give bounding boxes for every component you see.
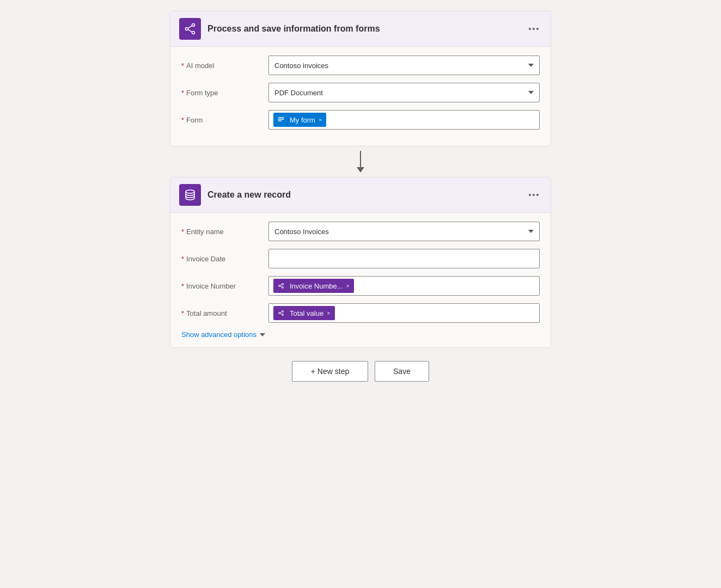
form-type-select[interactable]: PDF Document bbox=[268, 83, 540, 102]
invoice-date-control bbox=[268, 249, 540, 268]
card2-header: Create a new record bbox=[170, 177, 551, 213]
total-value-tag: Total value × bbox=[273, 306, 335, 320]
svg-rect-5 bbox=[277, 115, 285, 124]
total-amount-row: *Total amount bbox=[181, 303, 540, 323]
ai-model-icon-invoice bbox=[276, 280, 286, 291]
form-tag-input[interactable]: My form × bbox=[268, 110, 540, 130]
svg-line-3 bbox=[188, 26, 192, 28]
entity-name-chevron bbox=[528, 230, 534, 233]
invoice-number-tag-input[interactable]: Invoice Numbe... × bbox=[268, 276, 540, 296]
invoice-number-tag-close[interactable]: × bbox=[346, 283, 350, 289]
svg-rect-13 bbox=[277, 309, 285, 317]
svg-line-4 bbox=[188, 29, 192, 32]
bottom-actions: + New step Save bbox=[292, 361, 429, 382]
svg-point-2 bbox=[186, 28, 188, 30]
card-create-record: Create a new record *Entity name Contoso… bbox=[170, 177, 551, 348]
my-form-tag: My form × bbox=[273, 113, 326, 127]
card2-title: Create a new record bbox=[207, 190, 291, 200]
form-row: *Form My form × bbox=[181, 110, 540, 130]
svg-point-0 bbox=[192, 24, 195, 27]
ai-model-icon-total bbox=[276, 308, 286, 318]
share-icon bbox=[184, 22, 197, 35]
database-icon bbox=[184, 188, 197, 201]
entity-name-control: Contoso Invoices bbox=[268, 222, 540, 241]
flow-container: Process and save information from forms … bbox=[164, 11, 557, 382]
ai-model-label: *AI model bbox=[181, 62, 268, 70]
connector-arrow-1 bbox=[357, 146, 364, 177]
form-type-row: *Form type PDF Document bbox=[181, 83, 540, 102]
form-type-control: PDF Document bbox=[268, 83, 540, 102]
card1-body: *AI model Contoso invoices *Form type PD… bbox=[170, 47, 551, 146]
entity-name-select[interactable]: Contoso Invoices bbox=[268, 222, 540, 241]
my-form-tag-close[interactable]: × bbox=[319, 117, 322, 123]
ai-model-row: *AI model Contoso invoices bbox=[181, 56, 540, 75]
show-advanced-chevron bbox=[260, 333, 265, 336]
invoice-date-label: *Invoice Date bbox=[181, 255, 268, 263]
form-type-chevron bbox=[528, 91, 534, 94]
show-advanced-options[interactable]: Show advanced options bbox=[181, 330, 540, 339]
total-amount-control: Total value × bbox=[268, 303, 540, 323]
entity-name-label: *Entity name bbox=[181, 228, 268, 236]
svg-rect-7 bbox=[277, 281, 285, 290]
card1-header-left: Process and save information from forms bbox=[179, 18, 380, 40]
invoice-number-tag: Invoice Numbe... × bbox=[273, 279, 354, 293]
form-type-label: *Form type bbox=[181, 89, 268, 97]
card-process-forms: Process and save information from forms … bbox=[170, 11, 551, 146]
save-button[interactable]: Save bbox=[375, 361, 429, 382]
card1-icon bbox=[179, 18, 201, 40]
ai-model-chevron bbox=[528, 64, 534, 67]
invoice-number-row: *Invoice Number bbox=[181, 276, 540, 296]
card2-more-options[interactable] bbox=[526, 192, 542, 198]
entity-name-row: *Entity name Contoso Invoices bbox=[181, 222, 540, 241]
form-label: *Form bbox=[181, 116, 268, 124]
card2-icon bbox=[179, 184, 201, 206]
card2-header-left: Create a new record bbox=[179, 184, 291, 206]
invoice-number-control: Invoice Numbe... × bbox=[268, 276, 540, 296]
svg-point-1 bbox=[192, 32, 195, 34]
forms-icon bbox=[276, 114, 286, 125]
invoice-date-row: *Invoice Date bbox=[181, 249, 540, 268]
form-control: My form × bbox=[268, 110, 540, 130]
card1-more-options[interactable] bbox=[526, 26, 542, 32]
svg-point-6 bbox=[186, 190, 194, 193]
total-amount-tag-input[interactable]: Total value × bbox=[268, 303, 540, 323]
card2-body: *Entity name Contoso Invoices *Invoice D… bbox=[170, 213, 551, 347]
card1-title: Process and save information from forms bbox=[207, 24, 380, 34]
invoice-number-label: *Invoice Number bbox=[181, 282, 268, 290]
new-step-button[interactable]: + New step bbox=[292, 361, 368, 382]
ai-model-control: Contoso invoices bbox=[268, 56, 540, 75]
invoice-date-input[interactable] bbox=[268, 249, 540, 268]
total-value-tag-close[interactable]: × bbox=[327, 310, 330, 316]
ai-model-select[interactable]: Contoso invoices bbox=[268, 56, 540, 75]
card1-header: Process and save information from forms bbox=[170, 11, 551, 47]
total-amount-label: *Total amount bbox=[181, 309, 268, 317]
